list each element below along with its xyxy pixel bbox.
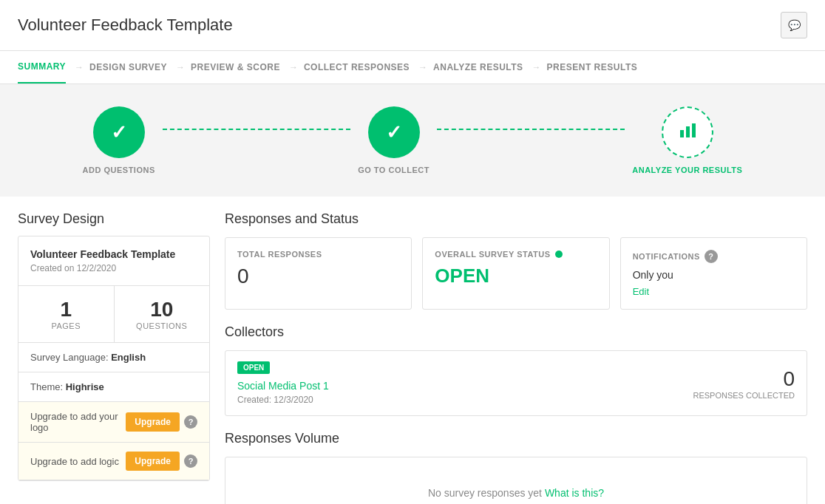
- survey-design-card: Volunteer Feedback Template Created on 1…: [18, 236, 210, 481]
- open-badge: OPEN: [237, 361, 270, 374]
- survey-status-card: OVERALL SURVEY STATUS OPEN: [422, 237, 609, 310]
- questions-label: QUESTIONS: [126, 321, 198, 330]
- notifications-help-icon[interactable]: ?: [705, 250, 718, 263]
- step-label-analyze: ANALYZE YOUR RESULTS: [632, 166, 742, 174]
- step-circle-add-questions: ✓: [93, 106, 145, 158]
- tab-collect-responses[interactable]: COLLECT RESPONSES: [304, 52, 410, 83]
- survey-card-header: Volunteer Feedback Template Created on 1…: [18, 236, 209, 286]
- questions-stat: 10 QUESTIONS: [115, 286, 210, 342]
- progress-section: ✓ ADD QUESTIONS ✓ GO TO COLLECT: [0, 84, 825, 197]
- step-circle-go-to-collect: ✓: [368, 106, 420, 158]
- step-label-add-questions: ADD QUESTIONS: [83, 166, 155, 174]
- svg-rect-1: [686, 126, 690, 137]
- tab-design-survey[interactable]: DESIGN SURVEY: [89, 52, 167, 83]
- step-go-to-collect[interactable]: ✓ GO TO COLLECT: [358, 106, 430, 174]
- collector-row: OPEN Social Media Post 1 Created: 12/3/2…: [225, 350, 807, 416]
- collector-name-link[interactable]: Social Media Post 1: [237, 380, 329, 392]
- total-responses-card: TOTAL RESPONSES 0: [225, 237, 412, 310]
- volume-empty-message: No survey responses yet: [428, 487, 542, 499]
- chat-icon: 💬: [788, 19, 801, 31]
- survey-status-label: OVERALL SURVEY STATUS: [435, 250, 597, 259]
- status-dot-icon: [555, 251, 563, 258]
- step-analyze-results[interactable]: ANALYZE YOUR RESULTS: [632, 106, 742, 174]
- header: Volunteer Feedback Template 💬: [0, 0, 825, 51]
- main-content: Survey Design Volunteer Feedback Templat…: [0, 197, 825, 504]
- upgrade-logic-right: Upgrade ?: [126, 452, 197, 471]
- nav-arrow-2: →: [176, 62, 185, 72]
- total-responses-label: TOTAL RESPONSES: [237, 250, 399, 259]
- pages-stat: 1 PAGES: [18, 286, 115, 342]
- volume-section: Responses Volume No survey responses yet…: [225, 431, 807, 504]
- upgrade-logo-text: Upgrade to add your logo: [30, 411, 126, 433]
- volume-empty-card: No survey responses yet What is this?: [225, 457, 807, 504]
- tab-summary[interactable]: SUMMARY: [18, 51, 66, 84]
- created-date: Created on 12/2/2020: [30, 263, 197, 273]
- step-label-go-to-collect: GO TO COLLECT: [358, 166, 430, 174]
- nav-arrow-5: →: [532, 62, 541, 72]
- questions-count: 10: [126, 298, 198, 321]
- collector-right: 0 RESPONSES COLLECTED: [693, 367, 795, 400]
- theme-label: Theme:: [30, 381, 63, 392]
- svg-rect-0: [680, 130, 684, 137]
- total-responses-value: 0: [237, 265, 399, 288]
- nav-arrow-1: →: [75, 62, 84, 72]
- survey-stats: 1 PAGES 10 QUESTIONS: [18, 286, 209, 343]
- upgrade-logo-button[interactable]: Upgrade: [126, 412, 180, 432]
- what-is-this-link[interactable]: What is this?: [545, 487, 604, 499]
- help-logic-icon[interactable]: ?: [184, 454, 197, 468]
- nav-arrow-3: →: [289, 62, 298, 72]
- checkmark-icon-2: ✓: [386, 121, 402, 144]
- notifications-value: Only you: [633, 269, 795, 281]
- collector-created: Created: 12/3/2020: [237, 395, 329, 405]
- upgrade-logo-row: Upgrade to add your logo Upgrade ?: [18, 402, 209, 443]
- collector-responses-count: 0: [693, 367, 795, 391]
- notifications-card: NOTIFICATIONS ? Only you Edit: [620, 237, 807, 310]
- upgrade-logic-row: Upgrade to add logic Upgrade ?: [18, 443, 209, 480]
- tab-present-results[interactable]: PRESENT RESULTS: [547, 52, 638, 83]
- chat-icon-button[interactable]: 💬: [781, 12, 807, 38]
- tab-preview-score[interactable]: PREVIEW & SCORE: [191, 52, 280, 83]
- collectors-section: Collectors OPEN Social Media Post 1 Crea…: [225, 324, 807, 416]
- notifications-label: NOTIFICATIONS ?: [633, 250, 795, 263]
- edit-notifications-link[interactable]: Edit: [633, 286, 649, 297]
- language-value: English: [111, 352, 146, 363]
- step-circle-analyze: [662, 106, 713, 158]
- tab-analyze-results[interactable]: ANALYZE RESULTS: [433, 52, 523, 83]
- page-title: Volunteer Feedback Template: [18, 16, 233, 35]
- step-line-1: [163, 129, 350, 130]
- checkmark-icon: ✓: [111, 121, 127, 144]
- step-line-2: [437, 129, 625, 130]
- language-label: Survey Language:: [30, 352, 109, 363]
- upgrade-logic-text: Upgrade to add logic: [30, 456, 119, 467]
- responses-status-title: Responses and Status: [225, 211, 807, 227]
- template-name: Volunteer Feedback Template: [30, 248, 197, 260]
- collectors-title: Collectors: [225, 324, 807, 340]
- upgrade-logic-button[interactable]: Upgrade: [126, 452, 180, 471]
- progress-steps: ✓ ADD QUESTIONS ✓ GO TO COLLECT: [83, 106, 743, 174]
- nav-arrow-4: →: [418, 62, 427, 72]
- status-cards: TOTAL RESPONSES 0 OVERALL SURVEY STATUS …: [225, 237, 807, 310]
- svg-rect-2: [692, 123, 696, 137]
- survey-design-title: Survey Design: [18, 211, 210, 227]
- nav-tabs: SUMMARY → DESIGN SURVEY → PREVIEW & SCOR…: [0, 51, 825, 84]
- right-content: Responses and Status TOTAL RESPONSES 0 O…: [225, 211, 807, 504]
- pages-count: 1: [30, 298, 102, 321]
- help-logo-icon[interactable]: ?: [184, 415, 197, 429]
- pages-label: PAGES: [30, 321, 102, 330]
- collector-responses-label: RESPONSES COLLECTED: [693, 391, 795, 400]
- upgrade-logo-right: Upgrade ?: [126, 412, 197, 432]
- language-row: Survey Language: English: [18, 343, 209, 372]
- step-add-questions[interactable]: ✓ ADD QUESTIONS: [83, 106, 155, 174]
- theme-row: Theme: Highrise: [18, 372, 209, 402]
- chart-icon: [677, 120, 698, 145]
- survey-design-sidebar: Survey Design Volunteer Feedback Templat…: [18, 211, 210, 504]
- volume-title: Responses Volume: [225, 431, 807, 446]
- survey-status-value: OPEN: [435, 265, 597, 287]
- collector-left: OPEN Social Media Post 1 Created: 12/3/2…: [237, 361, 329, 405]
- theme-value: Highrise: [66, 381, 104, 392]
